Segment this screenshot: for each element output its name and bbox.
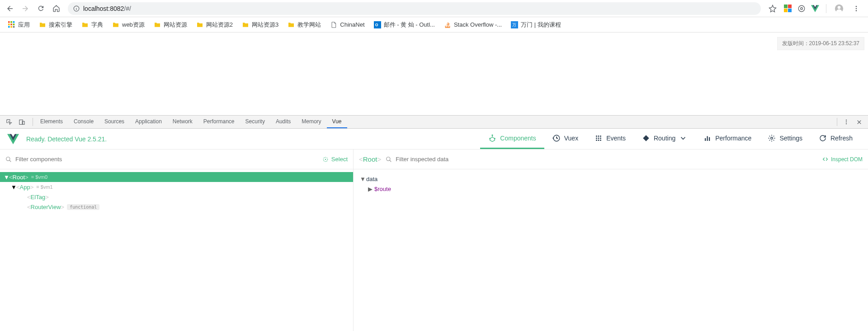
bookmark-label: 万门 | 我的课程 bbox=[521, 21, 561, 29]
bookmark-item[interactable]: Stack Overflow -... bbox=[440, 19, 505, 30]
bookmark-label: ChinaNet bbox=[340, 21, 364, 28]
vue-status-text: Ready. Detected Vue 2.5.21. bbox=[26, 135, 107, 143]
forward-button[interactable] bbox=[19, 2, 32, 15]
vue-tab-components[interactable]: Components bbox=[480, 129, 544, 149]
apps-label: 应用 bbox=[18, 21, 30, 29]
vue-panels: ▼<Root>= $vm0▼<App>= $vm1<ElTag><RouterV… bbox=[0, 169, 868, 331]
bookmark-label: Stack Overflow -... bbox=[454, 21, 502, 28]
data-property-row[interactable]: ▶$route bbox=[360, 184, 862, 194]
devtools-tab-console[interactable]: Console bbox=[68, 116, 99, 128]
svg-point-46 bbox=[771, 137, 773, 140]
chart-icon bbox=[703, 134, 712, 142]
bookmark-item[interactable]: ChinaNet bbox=[326, 19, 368, 30]
svg-point-10 bbox=[856, 8, 857, 9]
menu-button[interactable] bbox=[850, 2, 863, 15]
vue-tab-performance[interactable]: Performance bbox=[695, 129, 760, 149]
filter-components-input[interactable] bbox=[15, 156, 322, 163]
component-tree-node[interactable]: ▼<Root>= $vm0 bbox=[0, 172, 353, 182]
devtools-tab-sources[interactable]: Sources bbox=[99, 116, 130, 128]
code-icon bbox=[822, 156, 828, 162]
device-icon bbox=[19, 119, 25, 126]
devtools-tab-elements[interactable]: Elements bbox=[35, 116, 68, 128]
inspect-element-button[interactable] bbox=[4, 117, 14, 127]
svg-point-34 bbox=[596, 135, 597, 137]
extension-icon-1[interactable] bbox=[783, 4, 793, 13]
bookmark-item[interactable]: 网站资源3 bbox=[238, 19, 282, 31]
bookmark-label: 搜索引擎 bbox=[49, 21, 72, 29]
gear-icon bbox=[768, 134, 776, 142]
data-section-header[interactable]: ▼ data bbox=[360, 174, 862, 184]
vue-filter-row: Select <Root> Inspect DOM bbox=[0, 149, 868, 169]
selected-component-title: <Root> bbox=[359, 155, 381, 163]
svg-rect-20 bbox=[13, 26, 15, 28]
devtools-close-button[interactable] bbox=[854, 117, 864, 127]
svg-text:万: 万 bbox=[512, 23, 516, 27]
devtools-menu-button[interactable] bbox=[841, 117, 852, 127]
component-data-panel: ▼ data ▶$route bbox=[354, 169, 868, 331]
apps-shortcut[interactable]: 应用 bbox=[5, 19, 33, 31]
home-icon bbox=[52, 5, 60, 12]
profile-button[interactable] bbox=[833, 2, 845, 15]
bookmark-item[interactable]: 网站资源 bbox=[150, 19, 191, 31]
component-tree-node[interactable]: ▼<App>= $vm1 bbox=[0, 182, 353, 192]
bookmark-item[interactable]: web资源 bbox=[108, 19, 148, 31]
svg-point-5 bbox=[798, 5, 805, 12]
arrow-right-icon bbox=[21, 5, 29, 13]
svg-point-36 bbox=[600, 135, 601, 137]
bookmark-item[interactable]: 搜索引擎 bbox=[35, 19, 76, 31]
search-icon bbox=[5, 156, 12, 163]
select-label: Select bbox=[331, 156, 348, 163]
devtools-tab-security[interactable]: Security bbox=[240, 116, 270, 128]
devtools-tab-application[interactable]: Application bbox=[130, 116, 167, 128]
info-icon bbox=[73, 5, 80, 12]
home-button[interactable] bbox=[50, 2, 62, 15]
device-toggle-button[interactable] bbox=[16, 117, 27, 127]
reload-button[interactable] bbox=[34, 2, 47, 15]
vue-tab-settings[interactable]: Settings bbox=[760, 129, 811, 149]
svg-point-40 bbox=[596, 140, 597, 141]
url-text: localhost:8082/#/ bbox=[83, 5, 131, 12]
folder-icon bbox=[39, 21, 46, 28]
bookmark-item[interactable]: 字典 bbox=[78, 19, 107, 31]
folder-icon bbox=[288, 21, 295, 28]
vue-devtools-icon[interactable] bbox=[811, 4, 820, 13]
svg-point-32 bbox=[494, 138, 495, 139]
wanmen-icon: 万 bbox=[511, 21, 518, 28]
back-button[interactable] bbox=[4, 2, 16, 15]
component-tree-node[interactable]: <ElTag> bbox=[0, 192, 353, 202]
extension-icon-2[interactable] bbox=[797, 4, 806, 13]
inspect-dom-button[interactable]: Inspect DOM bbox=[822, 156, 863, 163]
devtools-tab-audits[interactable]: Audits bbox=[270, 116, 296, 128]
select-component-button[interactable]: Select bbox=[322, 156, 348, 163]
bookmark-label: web资源 bbox=[122, 21, 145, 29]
target-icon bbox=[322, 156, 329, 163]
vue-tab-events[interactable]: Events bbox=[586, 129, 634, 149]
devtools-tab-network[interactable]: Network bbox=[167, 116, 198, 128]
divider bbox=[826, 4, 826, 13]
vue-tab-refresh[interactable]: Refresh bbox=[811, 129, 861, 149]
bookmark-item[interactable]: 万万门 | 我的课程 bbox=[507, 19, 565, 31]
vue-tab-label: Refresh bbox=[830, 135, 853, 142]
vue-tab-routing[interactable]: Routing bbox=[634, 129, 695, 149]
address-bar[interactable]: localhost:8082/#/ bbox=[68, 2, 761, 15]
caret-down-icon: ▼ bbox=[360, 176, 366, 182]
folder-icon bbox=[112, 21, 119, 28]
svg-point-9 bbox=[856, 6, 857, 7]
caret-right-icon: ▶ bbox=[368, 186, 374, 192]
devtools-tab-performance[interactable]: Performance bbox=[198, 116, 240, 128]
bookmark-item[interactable]: O邮件 - 黄 灿 - Outl... bbox=[370, 19, 439, 31]
divider bbox=[33, 118, 33, 126]
bookmark-item[interactable]: 教学网站 bbox=[284, 19, 325, 31]
kebab-icon bbox=[843, 119, 849, 125]
devtools-tab-vue[interactable]: Vue bbox=[327, 116, 347, 128]
close-icon bbox=[856, 119, 862, 125]
component-tree-node[interactable]: <RouterView>functional bbox=[0, 202, 353, 212]
svg-rect-19 bbox=[10, 26, 12, 28]
devtools-tab-memory[interactable]: Memory bbox=[296, 116, 326, 128]
vue-tab-vuex[interactable]: Vuex bbox=[544, 129, 586, 149]
bookmark-item[interactable]: 网站资源2 bbox=[193, 19, 236, 31]
caret-icon: ▼ bbox=[4, 174, 9, 181]
svg-rect-15 bbox=[8, 23, 10, 25]
star-button[interactable] bbox=[766, 2, 779, 15]
filter-data-input[interactable] bbox=[396, 156, 822, 163]
